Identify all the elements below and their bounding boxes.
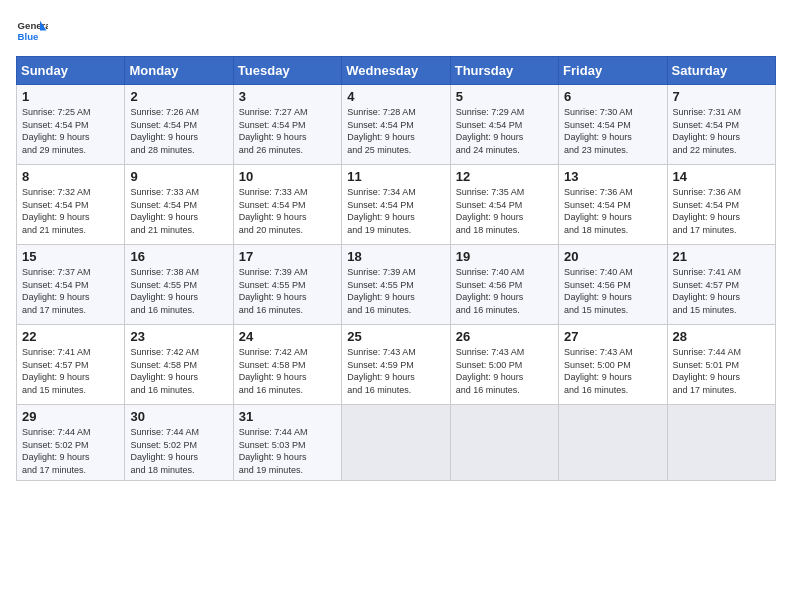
- calendar-cell: 4Sunrise: 7:28 AM Sunset: 4:54 PM Daylig…: [342, 85, 450, 165]
- day-info: Sunrise: 7:31 AM Sunset: 4:54 PM Dayligh…: [673, 106, 770, 156]
- calendar-cell: 21Sunrise: 7:41 AM Sunset: 4:57 PM Dayli…: [667, 245, 775, 325]
- weekday-header: Thursday: [450, 57, 558, 85]
- calendar-week-row: 1Sunrise: 7:25 AM Sunset: 4:54 PM Daylig…: [17, 85, 776, 165]
- calendar-cell: 3Sunrise: 7:27 AM Sunset: 4:54 PM Daylig…: [233, 85, 341, 165]
- calendar-cell: 19Sunrise: 7:40 AM Sunset: 4:56 PM Dayli…: [450, 245, 558, 325]
- day-number: 28: [673, 329, 770, 344]
- calendar-cell: 20Sunrise: 7:40 AM Sunset: 4:56 PM Dayli…: [559, 245, 667, 325]
- day-info: Sunrise: 7:34 AM Sunset: 4:54 PM Dayligh…: [347, 186, 444, 236]
- calendar-cell: 18Sunrise: 7:39 AM Sunset: 4:55 PM Dayli…: [342, 245, 450, 325]
- day-info: Sunrise: 7:44 AM Sunset: 5:03 PM Dayligh…: [239, 426, 336, 476]
- day-number: 17: [239, 249, 336, 264]
- day-info: Sunrise: 7:35 AM Sunset: 4:54 PM Dayligh…: [456, 186, 553, 236]
- calendar-cell: 27Sunrise: 7:43 AM Sunset: 5:00 PM Dayli…: [559, 325, 667, 405]
- weekday-header: Saturday: [667, 57, 775, 85]
- day-number: 16: [130, 249, 227, 264]
- day-number: 20: [564, 249, 661, 264]
- day-info: Sunrise: 7:37 AM Sunset: 4:54 PM Dayligh…: [22, 266, 119, 316]
- day-info: Sunrise: 7:29 AM Sunset: 4:54 PM Dayligh…: [456, 106, 553, 156]
- day-number: 15: [22, 249, 119, 264]
- calendar-cell: 12Sunrise: 7:35 AM Sunset: 4:54 PM Dayli…: [450, 165, 558, 245]
- day-info: Sunrise: 7:40 AM Sunset: 4:56 PM Dayligh…: [456, 266, 553, 316]
- day-info: Sunrise: 7:27 AM Sunset: 4:54 PM Dayligh…: [239, 106, 336, 156]
- calendar-cell: 24Sunrise: 7:42 AM Sunset: 4:58 PM Dayli…: [233, 325, 341, 405]
- calendar-table: SundayMondayTuesdayWednesdayThursdayFrid…: [16, 56, 776, 481]
- day-info: Sunrise: 7:43 AM Sunset: 5:00 PM Dayligh…: [456, 346, 553, 396]
- day-number: 12: [456, 169, 553, 184]
- calendar-cell: 15Sunrise: 7:37 AM Sunset: 4:54 PM Dayli…: [17, 245, 125, 325]
- calendar-cell: 25Sunrise: 7:43 AM Sunset: 4:59 PM Dayli…: [342, 325, 450, 405]
- day-number: 30: [130, 409, 227, 424]
- calendar-cell: [342, 405, 450, 481]
- calendar-cell: 17Sunrise: 7:39 AM Sunset: 4:55 PM Dayli…: [233, 245, 341, 325]
- weekday-header: Tuesday: [233, 57, 341, 85]
- day-number: 3: [239, 89, 336, 104]
- day-number: 6: [564, 89, 661, 104]
- day-number: 29: [22, 409, 119, 424]
- day-info: Sunrise: 7:41 AM Sunset: 4:57 PM Dayligh…: [22, 346, 119, 396]
- day-number: 22: [22, 329, 119, 344]
- calendar-week-row: 29Sunrise: 7:44 AM Sunset: 5:02 PM Dayli…: [17, 405, 776, 481]
- day-number: 18: [347, 249, 444, 264]
- weekday-header: Sunday: [17, 57, 125, 85]
- day-info: Sunrise: 7:36 AM Sunset: 4:54 PM Dayligh…: [564, 186, 661, 236]
- weekday-header: Friday: [559, 57, 667, 85]
- calendar-cell: [667, 405, 775, 481]
- day-number: 19: [456, 249, 553, 264]
- day-number: 14: [673, 169, 770, 184]
- day-info: Sunrise: 7:30 AM Sunset: 4:54 PM Dayligh…: [564, 106, 661, 156]
- calendar-cell: 11Sunrise: 7:34 AM Sunset: 4:54 PM Dayli…: [342, 165, 450, 245]
- day-info: Sunrise: 7:25 AM Sunset: 4:54 PM Dayligh…: [22, 106, 119, 156]
- day-number: 5: [456, 89, 553, 104]
- calendar-cell: 23Sunrise: 7:42 AM Sunset: 4:58 PM Dayli…: [125, 325, 233, 405]
- day-info: Sunrise: 7:33 AM Sunset: 4:54 PM Dayligh…: [239, 186, 336, 236]
- day-number: 7: [673, 89, 770, 104]
- day-number: 13: [564, 169, 661, 184]
- day-number: 23: [130, 329, 227, 344]
- calendar-cell: 31Sunrise: 7:44 AM Sunset: 5:03 PM Dayli…: [233, 405, 341, 481]
- header-row: SundayMondayTuesdayWednesdayThursdayFrid…: [17, 57, 776, 85]
- day-number: 26: [456, 329, 553, 344]
- day-number: 21: [673, 249, 770, 264]
- day-number: 9: [130, 169, 227, 184]
- calendar-cell: 28Sunrise: 7:44 AM Sunset: 5:01 PM Dayli…: [667, 325, 775, 405]
- calendar-cell: 14Sunrise: 7:36 AM Sunset: 4:54 PM Dayli…: [667, 165, 775, 245]
- calendar-cell: 2Sunrise: 7:26 AM Sunset: 4:54 PM Daylig…: [125, 85, 233, 165]
- day-number: 11: [347, 169, 444, 184]
- header: GeneralBlue: [16, 16, 776, 48]
- day-info: Sunrise: 7:41 AM Sunset: 4:57 PM Dayligh…: [673, 266, 770, 316]
- day-info: Sunrise: 7:38 AM Sunset: 4:55 PM Dayligh…: [130, 266, 227, 316]
- day-number: 25: [347, 329, 444, 344]
- calendar-week-row: 22Sunrise: 7:41 AM Sunset: 4:57 PM Dayli…: [17, 325, 776, 405]
- day-info: Sunrise: 7:36 AM Sunset: 4:54 PM Dayligh…: [673, 186, 770, 236]
- day-info: Sunrise: 7:33 AM Sunset: 4:54 PM Dayligh…: [130, 186, 227, 236]
- calendar-cell: 7Sunrise: 7:31 AM Sunset: 4:54 PM Daylig…: [667, 85, 775, 165]
- day-info: Sunrise: 7:39 AM Sunset: 4:55 PM Dayligh…: [347, 266, 444, 316]
- day-info: Sunrise: 7:44 AM Sunset: 5:02 PM Dayligh…: [22, 426, 119, 476]
- day-info: Sunrise: 7:43 AM Sunset: 4:59 PM Dayligh…: [347, 346, 444, 396]
- day-number: 2: [130, 89, 227, 104]
- day-number: 31: [239, 409, 336, 424]
- weekday-header: Monday: [125, 57, 233, 85]
- calendar-cell: 13Sunrise: 7:36 AM Sunset: 4:54 PM Dayli…: [559, 165, 667, 245]
- calendar-cell: 10Sunrise: 7:33 AM Sunset: 4:54 PM Dayli…: [233, 165, 341, 245]
- day-info: Sunrise: 7:44 AM Sunset: 5:02 PM Dayligh…: [130, 426, 227, 476]
- day-number: 1: [22, 89, 119, 104]
- calendar-cell: 1Sunrise: 7:25 AM Sunset: 4:54 PM Daylig…: [17, 85, 125, 165]
- day-number: 10: [239, 169, 336, 184]
- day-info: Sunrise: 7:32 AM Sunset: 4:54 PM Dayligh…: [22, 186, 119, 236]
- calendar-cell: 9Sunrise: 7:33 AM Sunset: 4:54 PM Daylig…: [125, 165, 233, 245]
- day-info: Sunrise: 7:40 AM Sunset: 4:56 PM Dayligh…: [564, 266, 661, 316]
- calendar-cell: 6Sunrise: 7:30 AM Sunset: 4:54 PM Daylig…: [559, 85, 667, 165]
- logo-icon: GeneralBlue: [16, 16, 48, 48]
- day-info: Sunrise: 7:28 AM Sunset: 4:54 PM Dayligh…: [347, 106, 444, 156]
- day-number: 24: [239, 329, 336, 344]
- day-info: Sunrise: 7:43 AM Sunset: 5:00 PM Dayligh…: [564, 346, 661, 396]
- calendar-cell: 22Sunrise: 7:41 AM Sunset: 4:57 PM Dayli…: [17, 325, 125, 405]
- calendar-cell: [559, 405, 667, 481]
- calendar-cell: [450, 405, 558, 481]
- day-number: 8: [22, 169, 119, 184]
- calendar-week-row: 15Sunrise: 7:37 AM Sunset: 4:54 PM Dayli…: [17, 245, 776, 325]
- day-info: Sunrise: 7:42 AM Sunset: 4:58 PM Dayligh…: [239, 346, 336, 396]
- calendar-cell: 8Sunrise: 7:32 AM Sunset: 4:54 PM Daylig…: [17, 165, 125, 245]
